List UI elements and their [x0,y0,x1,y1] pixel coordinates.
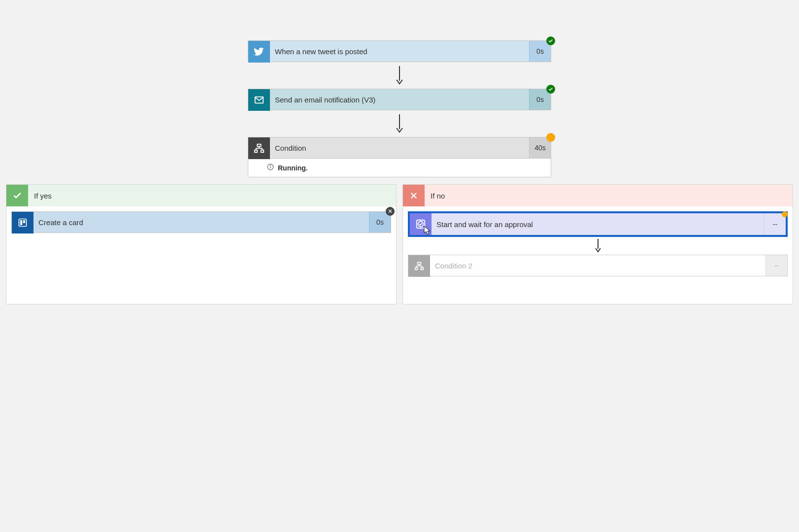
step-title: When a new tweet is posted [270,41,529,62]
branch-yes-header: If yes [6,185,396,206]
close-icon[interactable]: ✕ [386,207,395,216]
step-create-card[interactable]: Create a card 0s ✕ [11,211,391,233]
condition-icon [248,137,270,159]
step-condition-2[interactable]: Condition 2 -- [408,255,788,276]
condition-status-bar: Running. [248,159,551,177]
branch-label: If yes [28,192,52,200]
step-condition[interactable]: Condition 40s Running. [248,137,551,177]
check-icon [6,185,28,206]
main-flow: When a new tweet is posted 0s Send an em… [248,0,551,177]
svg-rect-13 [19,219,27,227]
svg-rect-3 [257,144,261,147]
step-duration: -- [766,255,787,276]
svg-rect-9 [261,150,264,153]
svg-rect-14 [20,220,22,225]
step-approval[interactable]: Start and wait for an approval -- [408,211,788,237]
trello-icon [12,212,33,233]
arrow-connector [248,110,551,137]
svg-point-12 [270,166,271,166]
arrow-connector [408,237,788,255]
step-twitter-trigger[interactable]: When a new tweet is posted 0s [248,40,551,62]
condition-branches: If yes Create a card 0s ✕ If no [0,184,799,304]
twitter-icon [248,41,270,63]
branch-label: If no [425,192,445,200]
arrow-connector [248,62,551,89]
step-title: Start and wait for an approval [432,213,764,235]
step-title: Create a card [33,212,369,233]
success-badge-icon [546,36,555,45]
cross-icon [403,185,425,206]
step-title: Condition 2 [430,255,766,276]
running-badge-icon [546,133,555,142]
svg-rect-26 [415,267,418,269]
svg-rect-21 [418,263,421,265]
status-text: Running. [278,164,308,172]
svg-rect-27 [421,267,423,269]
approval-icon [410,213,432,235]
success-badge-icon [546,85,555,94]
branch-yes-panel[interactable]: If yes Create a card 0s ✕ [6,184,397,304]
info-icon [267,164,274,172]
branch-no-header: If no [403,185,793,206]
svg-rect-8 [255,150,258,153]
branch-no-panel[interactable]: If no Start and wait for an approval -- [402,184,793,304]
mail-icon [248,89,270,111]
step-title: Condition [270,137,529,158]
step-email-notification[interactable]: Send an email notification (V3) 0s [248,89,551,110]
condition-icon [408,255,430,277]
svg-rect-15 [23,220,25,223]
step-title: Send an email notification (V3) [270,89,529,110]
running-badge-icon [782,211,788,217]
